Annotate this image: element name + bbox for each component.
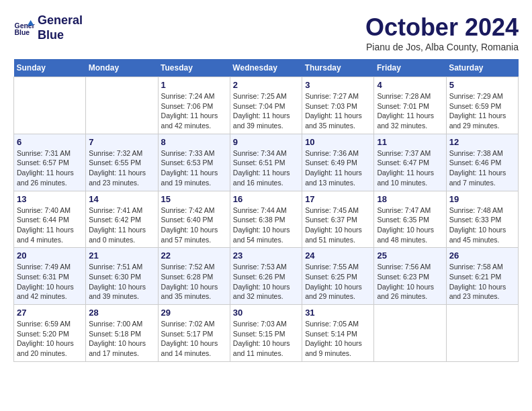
day-info: Sunrise: 7:40 AM Sunset: 6:44 PM Dayligh… — [17, 205, 83, 245]
day-number: 25 — [377, 250, 443, 261]
day-info: Sunrise: 7:53 AM Sunset: 6:26 PM Dayligh… — [233, 262, 299, 302]
day-number: 28 — [89, 308, 154, 318]
calendar-cell: 21Sunrise: 7:51 AM Sunset: 6:30 PM Dayli… — [86, 248, 158, 305]
calendar-cell: 9Sunrise: 7:34 AM Sunset: 6:51 PM Daylig… — [230, 134, 302, 191]
calendar-cell: 27Sunrise: 6:59 AM Sunset: 5:20 PM Dayli… — [14, 305, 86, 362]
day-number: 16 — [233, 194, 299, 204]
day-number: 13 — [17, 194, 83, 204]
day-number: 31 — [305, 308, 371, 318]
day-number: 23 — [233, 250, 299, 261]
day-number: 6 — [17, 137, 83, 147]
calendar-cell: 20Sunrise: 7:49 AM Sunset: 6:31 PM Dayli… — [14, 248, 86, 305]
day-info: Sunrise: 7:52 AM Sunset: 6:28 PM Dayligh… — [161, 262, 227, 302]
day-info: Sunrise: 7:55 AM Sunset: 6:25 PM Dayligh… — [305, 262, 371, 302]
month-title: October 2024 — [365, 13, 519, 42]
day-info: Sunrise: 7:34 AM Sunset: 6:51 PM Dayligh… — [233, 148, 299, 188]
calendar-cell — [446, 305, 518, 362]
day-number: 17 — [305, 194, 371, 204]
day-info: Sunrise: 7:41 AM Sunset: 6:42 PM Dayligh… — [89, 205, 154, 245]
calendar-cell: 8Sunrise: 7:33 AM Sunset: 6:53 PM Daylig… — [158, 134, 230, 191]
week-row-4: 20Sunrise: 7:49 AM Sunset: 6:31 PM Dayli… — [14, 248, 519, 305]
day-info: Sunrise: 7:42 AM Sunset: 6:40 PM Dayligh… — [161, 205, 227, 245]
weekday-header-wednesday: Wednesday — [230, 59, 302, 77]
weekday-header-thursday: Thursday — [302, 59, 374, 77]
calendar-cell: 13Sunrise: 7:40 AM Sunset: 6:44 PM Dayli… — [14, 191, 86, 248]
day-number: 21 — [89, 250, 154, 261]
day-number: 2 — [233, 80, 299, 90]
calendar-cell: 6Sunrise: 7:31 AM Sunset: 6:57 PM Daylig… — [14, 134, 86, 191]
calendar-cell: 11Sunrise: 7:37 AM Sunset: 6:47 PM Dayli… — [374, 134, 446, 191]
calendar-cell: 24Sunrise: 7:55 AM Sunset: 6:25 PM Dayli… — [302, 248, 374, 305]
day-number: 22 — [161, 250, 227, 261]
day-info: Sunrise: 7:29 AM Sunset: 6:59 PM Dayligh… — [449, 91, 515, 131]
weekday-header-tuesday: Tuesday — [158, 59, 230, 77]
title-area: October 2024 Pianu de Jos, Alba County, … — [365, 13, 519, 52]
day-info: Sunrise: 7:25 AM Sunset: 7:04 PM Dayligh… — [233, 91, 299, 131]
day-number: 10 — [305, 137, 371, 147]
day-info: Sunrise: 7:56 AM Sunset: 6:23 PM Dayligh… — [377, 262, 443, 302]
day-info: Sunrise: 7:51 AM Sunset: 6:30 PM Dayligh… — [89, 262, 154, 302]
calendar-cell: 5Sunrise: 7:29 AM Sunset: 6:59 PM Daylig… — [446, 77, 518, 134]
day-info: Sunrise: 7:33 AM Sunset: 6:53 PM Dayligh… — [161, 148, 227, 188]
calendar-table: SundayMondayTuesdayWednesdayThursdayFrid… — [13, 59, 519, 362]
calendar-cell: 28Sunrise: 7:00 AM Sunset: 5:18 PM Dayli… — [86, 305, 158, 362]
day-number: 3 — [305, 80, 371, 90]
day-number: 11 — [377, 137, 443, 147]
calendar-cell: 12Sunrise: 7:38 AM Sunset: 6:46 PM Dayli… — [446, 134, 518, 191]
day-info: Sunrise: 7:05 AM Sunset: 5:14 PM Dayligh… — [305, 319, 371, 359]
svg-text:Blue: Blue — [15, 29, 30, 36]
day-number: 5 — [449, 80, 515, 90]
day-number: 24 — [305, 250, 371, 261]
day-number: 18 — [377, 194, 443, 204]
day-number: 30 — [233, 308, 299, 318]
weekday-header-monday: Monday — [86, 59, 158, 77]
calendar-cell: 31Sunrise: 7:05 AM Sunset: 5:14 PM Dayli… — [302, 305, 374, 362]
weekday-header-sunday: Sunday — [14, 59, 86, 77]
day-info: Sunrise: 6:59 AM Sunset: 5:20 PM Dayligh… — [17, 319, 83, 359]
day-info: Sunrise: 7:27 AM Sunset: 7:03 PM Dayligh… — [305, 91, 371, 131]
calendar-cell: 22Sunrise: 7:52 AM Sunset: 6:28 PM Dayli… — [158, 248, 230, 305]
logo: General Blue GeneralBlue — [13, 13, 83, 42]
calendar-cell — [374, 305, 446, 362]
day-info: Sunrise: 7:31 AM Sunset: 6:57 PM Dayligh… — [17, 148, 83, 188]
day-number: 15 — [161, 194, 227, 204]
page-header: General Blue GeneralBlue October 2024 Pi… — [13, 13, 519, 52]
day-info: Sunrise: 7:28 AM Sunset: 7:01 PM Dayligh… — [377, 91, 443, 131]
calendar-cell: 23Sunrise: 7:53 AM Sunset: 6:26 PM Dayli… — [230, 248, 302, 305]
calendar-cell: 19Sunrise: 7:48 AM Sunset: 6:33 PM Dayli… — [446, 191, 518, 248]
calendar-cell: 25Sunrise: 7:56 AM Sunset: 6:23 PM Dayli… — [374, 248, 446, 305]
calendar-cell: 26Sunrise: 7:58 AM Sunset: 6:21 PM Dayli… — [446, 248, 518, 305]
day-number: 4 — [377, 80, 443, 90]
day-number: 1 — [161, 80, 227, 90]
logo-text: GeneralBlue — [38, 13, 83, 42]
calendar-cell: 17Sunrise: 7:45 AM Sunset: 6:37 PM Dayli… — [302, 191, 374, 248]
calendar-cell: 29Sunrise: 7:02 AM Sunset: 5:17 PM Dayli… — [158, 305, 230, 362]
day-info: Sunrise: 7:45 AM Sunset: 6:37 PM Dayligh… — [305, 205, 371, 245]
calendar-cell: 14Sunrise: 7:41 AM Sunset: 6:42 PM Dayli… — [86, 191, 158, 248]
calendar-cell: 30Sunrise: 7:03 AM Sunset: 5:15 PM Dayli… — [230, 305, 302, 362]
day-number: 8 — [161, 137, 227, 147]
day-number: 26 — [449, 250, 515, 261]
calendar-cell: 7Sunrise: 7:32 AM Sunset: 6:55 PM Daylig… — [86, 134, 158, 191]
calendar-cell: 4Sunrise: 7:28 AM Sunset: 7:01 PM Daylig… — [374, 77, 446, 134]
day-number: 12 — [449, 137, 515, 147]
calendar-cell: 10Sunrise: 7:36 AM Sunset: 6:49 PM Dayli… — [302, 134, 374, 191]
day-info: Sunrise: 7:02 AM Sunset: 5:17 PM Dayligh… — [161, 319, 227, 359]
calendar-cell: 1Sunrise: 7:24 AM Sunset: 7:06 PM Daylig… — [158, 77, 230, 134]
calendar-cell: 18Sunrise: 7:47 AM Sunset: 6:35 PM Dayli… — [374, 191, 446, 248]
week-row-1: 1Sunrise: 7:24 AM Sunset: 7:06 PM Daylig… — [14, 77, 519, 134]
day-info: Sunrise: 7:49 AM Sunset: 6:31 PM Dayligh… — [17, 262, 83, 302]
weekday-header-friday: Friday — [374, 59, 446, 77]
calendar-cell: 2Sunrise: 7:25 AM Sunset: 7:04 PM Daylig… — [230, 77, 302, 134]
calendar-cell: 16Sunrise: 7:44 AM Sunset: 6:38 PM Dayli… — [230, 191, 302, 248]
calendar-cell: 3Sunrise: 7:27 AM Sunset: 7:03 PM Daylig… — [302, 77, 374, 134]
day-info: Sunrise: 7:32 AM Sunset: 6:55 PM Dayligh… — [89, 148, 154, 188]
calendar-cell: 15Sunrise: 7:42 AM Sunset: 6:40 PM Dayli… — [158, 191, 230, 248]
day-info: Sunrise: 7:36 AM Sunset: 6:49 PM Dayligh… — [305, 148, 371, 188]
week-row-5: 27Sunrise: 6:59 AM Sunset: 5:20 PM Dayli… — [14, 305, 519, 362]
day-number: 27 — [17, 308, 83, 318]
day-info: Sunrise: 7:47 AM Sunset: 6:35 PM Dayligh… — [377, 205, 443, 245]
day-info: Sunrise: 7:44 AM Sunset: 6:38 PM Dayligh… — [233, 205, 299, 245]
weekday-header-saturday: Saturday — [446, 59, 518, 77]
day-info: Sunrise: 7:37 AM Sunset: 6:47 PM Dayligh… — [377, 148, 443, 188]
